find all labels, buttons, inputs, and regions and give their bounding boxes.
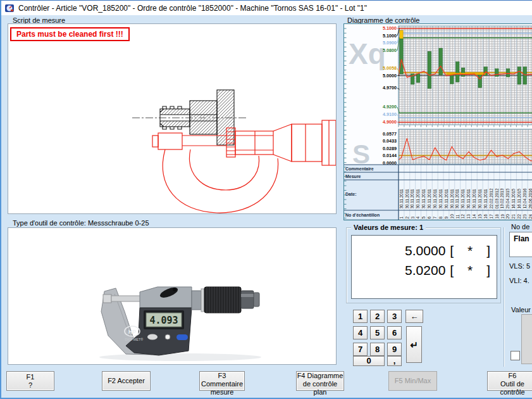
sample-number: 14 bbox=[472, 214, 476, 219]
sample-number: 12 bbox=[461, 214, 465, 219]
sample-number: 24 bbox=[528, 214, 532, 219]
chart-bar bbox=[428, 51, 431, 88]
sample-number: 5 bbox=[421, 217, 426, 219]
sample-date: 30.11.2011 bbox=[483, 189, 488, 208]
fkey-f1[interactable]: F1? bbox=[6, 371, 54, 391]
sample-number: 18 bbox=[495, 214, 499, 219]
keypad-key-4[interactable]: 4 bbox=[353, 326, 368, 339]
xq-limit-label: 5.0900 bbox=[383, 40, 397, 46]
panel-separator bbox=[504, 227, 505, 367]
micrometer-anvil bbox=[103, 294, 111, 303]
chart-bar bbox=[416, 74, 419, 82]
keypad-key-3[interactable]: 3 bbox=[387, 310, 402, 323]
chart-bar-cap bbox=[400, 30, 403, 39]
sample-date: 01.03.2012 bbox=[495, 188, 499, 208]
sample-date: 30.11.2011 bbox=[399, 189, 404, 208]
sample-date: 13.02.2013 bbox=[500, 188, 504, 208]
micrometer-ratchet bbox=[241, 291, 254, 308]
sample-number: 22 bbox=[517, 214, 521, 219]
brand-logo: HP bbox=[128, 329, 137, 335]
keypad-enter[interactable]: ↵ bbox=[406, 326, 422, 363]
window-title: Contrôler - Article "VOR_185200" - Ordre… bbox=[18, 4, 367, 13]
keypad-backspace[interactable]: ← bbox=[405, 310, 423, 323]
side-no-de-label: No de bbox=[511, 223, 529, 231]
lcd-value: 4.093 bbox=[149, 315, 178, 326]
sample-date: 30.11.2011 bbox=[438, 189, 443, 208]
sample-number: 15 bbox=[478, 214, 482, 219]
table-row-label: Mesure bbox=[345, 174, 361, 179]
measure-value-row: 5.0000[*] bbox=[352, 241, 490, 260]
measure-flag: * bbox=[454, 241, 486, 260]
sample-date: 22.02.2012 bbox=[489, 188, 493, 208]
measure-values-title: Valeurs de mesure: 1 bbox=[351, 224, 426, 231]
keypad-key-9[interactable]: 9 bbox=[387, 343, 402, 356]
sample-date: 16.11.2015 bbox=[511, 189, 516, 209]
keypad-key-8[interactable]: 8 bbox=[370, 343, 385, 356]
measure-value-row: 5.0200[*] bbox=[352, 260, 490, 280]
keypad-key-1[interactable]: 1 bbox=[353, 310, 368, 323]
measure-values-group: 5.0000[*] 5.0200[*] bbox=[346, 227, 501, 303]
tool-panel-label: Type d'outil de contrôle: Messschraube 0… bbox=[13, 219, 149, 227]
xq-limit-label: 4.9100 bbox=[383, 111, 397, 117]
s-tick-label: 0.0289 bbox=[383, 146, 397, 151]
table-row-label: Date: bbox=[345, 192, 357, 196]
sample-number: 3 bbox=[411, 217, 415, 219]
xq-limit-label: 5.0058 bbox=[383, 65, 397, 71]
chart-bar bbox=[517, 67, 521, 84]
fkey-f5-minmax[interactable]: F5 Min/Max bbox=[388, 371, 437, 391]
valeur-checkbox[interactable] bbox=[510, 351, 520, 360]
side-vls-label: VLS: 5 bbox=[509, 262, 530, 270]
xq-limit-label: 4.9700 bbox=[383, 85, 397, 91]
side-flan-box: Flan bbox=[509, 232, 532, 257]
sample-number: 6 bbox=[427, 217, 431, 219]
sample-date: 29.04.2015 bbox=[505, 188, 510, 208]
sample-number: 1 bbox=[399, 217, 404, 219]
control-chart: XqS5.10005.10005.09005.08005.00585.00004… bbox=[343, 23, 532, 220]
sample-date: 30.11.2011 bbox=[427, 189, 431, 208]
keypad-key-2[interactable]: 2 bbox=[370, 310, 385, 323]
bracket-close: ] bbox=[486, 263, 490, 277]
window-title-bar: Contrôler - Article "VOR_185200" - Ordre… bbox=[1, 1, 532, 15]
keypad-key-6[interactable]: 6 bbox=[387, 326, 402, 339]
fkey-f2-accepter[interactable]: F2 Accepter bbox=[102, 371, 151, 391]
s-tick-label: 0.0577 bbox=[383, 131, 397, 137]
sample-date: 30.11.2011 bbox=[461, 189, 465, 208]
sample-date: 30.11.2011 bbox=[405, 189, 409, 208]
sample-number: 23 bbox=[523, 214, 527, 219]
xq-limit-label: 5.0800 bbox=[383, 48, 397, 53]
sample-number: 4 bbox=[416, 217, 420, 219]
sample-number: 20 bbox=[505, 214, 510, 219]
table-row-label: Commentaire bbox=[345, 167, 374, 171]
sample-number: 2 bbox=[405, 217, 409, 219]
sample-date: 16.11.2015 bbox=[517, 189, 521, 209]
chart-bar bbox=[495, 69, 498, 77]
measure-values-display: 5.0000[*] 5.0200[*] bbox=[351, 235, 497, 299]
micrometer-spindle bbox=[111, 296, 144, 301]
keypad-key-7[interactable]: 7 bbox=[353, 343, 368, 356]
sample-date: 28.06.2016 bbox=[528, 188, 532, 208]
sample-number: 9 bbox=[444, 217, 448, 219]
chart-bar bbox=[455, 62, 459, 82]
keypad-key-comma[interactable]: , bbox=[387, 356, 402, 366]
sample-number: 11 bbox=[455, 214, 460, 218]
side-value-box bbox=[521, 314, 532, 364]
sample-date: 30.11.2011 bbox=[472, 189, 476, 208]
sample-date: 30.11.2011 bbox=[416, 189, 420, 208]
fkey-f6-outil[interactable]: F6Outil de contrôle bbox=[487, 371, 532, 391]
sample-date: 30.11.2011 bbox=[478, 189, 482, 208]
table-row-label: No d'échantillon bbox=[345, 213, 380, 217]
xq-limit-label: 5.1000 bbox=[383, 33, 397, 39]
xq-watermark: Xq bbox=[349, 37, 386, 70]
sample-number: 10 bbox=[450, 214, 454, 219]
keypad-key-0[interactable]: 0 bbox=[353, 356, 385, 366]
s-tick-label: 0.0433 bbox=[383, 138, 397, 144]
xq-limit-label: 5.0000 bbox=[383, 73, 397, 79]
fkey-f4-diagramme[interactable]: F4 Diagrammede contrôle plan bbox=[296, 371, 344, 391]
measure-value: 5.0200 bbox=[405, 263, 445, 277]
fkey-f3-commentaire[interactable]: F3 Commentairemesure bbox=[199, 371, 245, 391]
keypad-key-5[interactable]: 5 bbox=[370, 326, 385, 339]
micrometer-outline bbox=[152, 120, 336, 213]
chart-bar bbox=[506, 69, 509, 77]
technical-drawing bbox=[8, 24, 336, 213]
sample-number: 16 bbox=[483, 214, 488, 219]
